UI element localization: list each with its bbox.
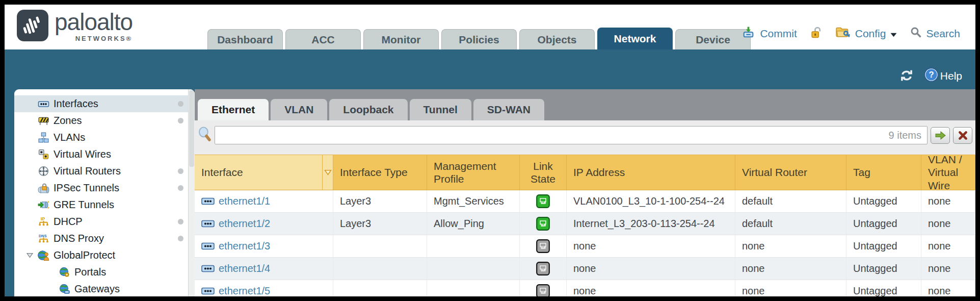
sidebar-item-virtual-routers[interactable]: Virtual Routers bbox=[14, 163, 188, 180]
subtab-ethernet[interactable]: Ethernet bbox=[198, 99, 269, 120]
brand-sub: NETWORKS® bbox=[75, 35, 133, 42]
subtab-tunnel[interactable]: Tunnel bbox=[410, 99, 471, 120]
subtab-loopback[interactable]: Loopback bbox=[329, 99, 407, 120]
tab-acc[interactable]: ACC bbox=[285, 29, 361, 49]
status-dot bbox=[178, 168, 183, 174]
cell-interface-type bbox=[333, 235, 427, 257]
cell-ip-address: VLAN0100_L3_10-1-100-254--24 bbox=[567, 190, 735, 212]
brand-name: paloalto bbox=[55, 10, 133, 34]
cell-link-state bbox=[520, 258, 567, 280]
column-header-interface-type[interactable]: Interface Type bbox=[333, 155, 427, 190]
column-header-virtual-router[interactable]: Virtual Router bbox=[735, 155, 846, 190]
interface-link[interactable]: ethernet1/1 bbox=[219, 195, 270, 207]
column-header-ip-address[interactable]: IP Address bbox=[567, 155, 735, 190]
sidebar-item-label: Virtual Routers bbox=[54, 165, 121, 177]
table-row[interactable]: ethernet1/5nonenoneUntaggednone bbox=[195, 280, 975, 296]
cell-interface-type: Layer3 bbox=[333, 190, 427, 212]
sidebar-scrollbar[interactable] bbox=[188, 89, 195, 296]
subtab-vlan[interactable]: VLAN bbox=[271, 99, 327, 120]
column-header-vlan-virtual-wire[interactable]: VLAN / Virtual Wire bbox=[921, 155, 975, 190]
zones-icon bbox=[38, 115, 49, 126]
sidebar-item-gateways[interactable]: Gateways bbox=[14, 281, 188, 296]
sidebar-item-vlans[interactable]: VLANs bbox=[14, 129, 188, 146]
virtual-routers-icon bbox=[38, 166, 49, 177]
gre-tunnels-icon bbox=[38, 199, 49, 210]
cell-interface-type: Layer3 bbox=[333, 213, 427, 235]
sidebar-item-zones[interactable]: Zones bbox=[14, 112, 188, 129]
cell-tag: Untagged bbox=[846, 213, 921, 235]
status-dot bbox=[178, 101, 183, 107]
lock-icon[interactable] bbox=[810, 26, 822, 41]
sidebar-item-label: DNS Proxy bbox=[54, 233, 104, 244]
sidebar-item-globalprotect[interactable]: GlobalProtect bbox=[14, 247, 188, 264]
config-button[interactable]: Config bbox=[855, 28, 886, 40]
table-row[interactable]: ethernet1/4nonenoneUntaggednone bbox=[195, 258, 975, 280]
help-button[interactable]: ? Help bbox=[924, 68, 962, 84]
table-body: ethernet1/1Layer3Mgmt_ServicesVLAN0100_L… bbox=[195, 190, 975, 296]
tab-monitor[interactable]: Monitor bbox=[363, 29, 439, 49]
main-nav-tabs: DashboardACCMonitorPoliciesObjectsNetwor… bbox=[207, 28, 751, 49]
cell-management-profile bbox=[427, 280, 520, 296]
cell-link-state bbox=[520, 190, 567, 212]
status-dot bbox=[178, 118, 183, 123]
tab-dashboard[interactable]: Dashboard bbox=[207, 29, 283, 49]
apply-filter-button[interactable] bbox=[931, 127, 950, 144]
config-caret-down-icon[interactable] bbox=[890, 28, 897, 40]
clear-filter-button[interactable] bbox=[953, 127, 972, 144]
table-row[interactable]: ethernet1/1Layer3Mgmt_ServicesVLAN0100_L… bbox=[195, 190, 975, 213]
cell-vlan-virtual-wire: none bbox=[921, 213, 975, 235]
tab-network[interactable]: Network bbox=[597, 28, 673, 49]
commit-button[interactable]: Commit bbox=[760, 28, 797, 40]
cell-tag: Untagged bbox=[846, 258, 921, 280]
search-button[interactable]: Search bbox=[926, 28, 960, 40]
refresh-icon[interactable] bbox=[899, 69, 914, 84]
sidebar-item-label: Interfaces bbox=[54, 98, 98, 110]
link-state-up-icon bbox=[536, 217, 550, 231]
interface-icon bbox=[201, 220, 215, 228]
interface-link[interactable]: ethernet1/3 bbox=[219, 240, 270, 252]
sidebar-item-portals[interactable]: Portals bbox=[14, 264, 188, 281]
cell-tag: Untagged bbox=[846, 190, 921, 212]
item-count: 9 items bbox=[889, 130, 921, 141]
table-row[interactable]: ethernet1/2Layer3Allow_PingInternet_L3_2… bbox=[195, 213, 975, 235]
sort-triangle-icon bbox=[324, 169, 332, 175]
tab-policies[interactable]: Policies bbox=[441, 29, 517, 49]
cell-virtual-router: default bbox=[735, 213, 846, 235]
sidebar-item-ipsec-tunnels[interactable]: IPSec Tunnels bbox=[14, 180, 188, 196]
subtab-sd-wan[interactable]: SD-WAN bbox=[473, 99, 544, 120]
commit-icon bbox=[741, 26, 755, 41]
sidebar: InterfacesZonesVLANsVirtual WiresVirtual… bbox=[14, 89, 195, 296]
cell-vlan-virtual-wire: none bbox=[921, 190, 975, 212]
cell-ip-address: none bbox=[567, 235, 735, 257]
search-icon bbox=[910, 27, 921, 40]
interface-link[interactable]: ethernet1/5 bbox=[219, 285, 270, 296]
column-header-management-profile[interactable]: Management Profile bbox=[427, 155, 520, 190]
svg-text:IP: IP bbox=[40, 216, 44, 221]
sort-dropdown[interactable] bbox=[323, 155, 333, 190]
filter-input[interactable] bbox=[215, 126, 928, 144]
top-bar: paloalto NETWORKS® DashboardACCMonitorPo… bbox=[5, 5, 975, 49]
tab-device[interactable]: Device bbox=[675, 29, 751, 49]
portals-icon bbox=[59, 267, 70, 278]
sidebar-item-gre-tunnels[interactable]: GRE Tunnels bbox=[14, 196, 188, 213]
sidebar-item-dns-proxy[interactable]: DNSDNS Proxy bbox=[14, 230, 188, 247]
cell-interface: ethernet1/4 bbox=[195, 258, 333, 280]
expand-caret-icon[interactable] bbox=[27, 253, 33, 258]
interface-icon bbox=[201, 265, 215, 272]
sidebar-item-dhcp[interactable]: IPDHCP bbox=[14, 213, 188, 230]
column-header-interface[interactable]: Interface bbox=[195, 155, 323, 190]
interface-link[interactable]: ethernet1/2 bbox=[219, 218, 270, 230]
column-header-tag[interactable]: Tag bbox=[846, 155, 921, 190]
column-header-link-state[interactable]: Link State bbox=[520, 155, 567, 190]
main-area: EthernetVLANLoopbackTunnelSD-WAN 9 items… bbox=[195, 89, 975, 296]
help-icon: ? bbox=[924, 68, 938, 84]
paloalto-logo-icon bbox=[17, 10, 48, 43]
sidebar-item-interfaces[interactable]: Interfaces bbox=[14, 95, 188, 112]
interface-link[interactable]: ethernet1/4 bbox=[219, 263, 270, 274]
tab-objects[interactable]: Objects bbox=[519, 29, 595, 49]
filter-row: 9 items bbox=[195, 120, 975, 147]
cell-link-state bbox=[520, 235, 567, 257]
table-row[interactable]: ethernet1/3nonenoneUntaggednone bbox=[195, 235, 975, 258]
sidebar-item-virtual-wires[interactable]: Virtual Wires bbox=[14, 146, 188, 163]
sidebar-item-label: GRE Tunnels bbox=[54, 199, 114, 211]
